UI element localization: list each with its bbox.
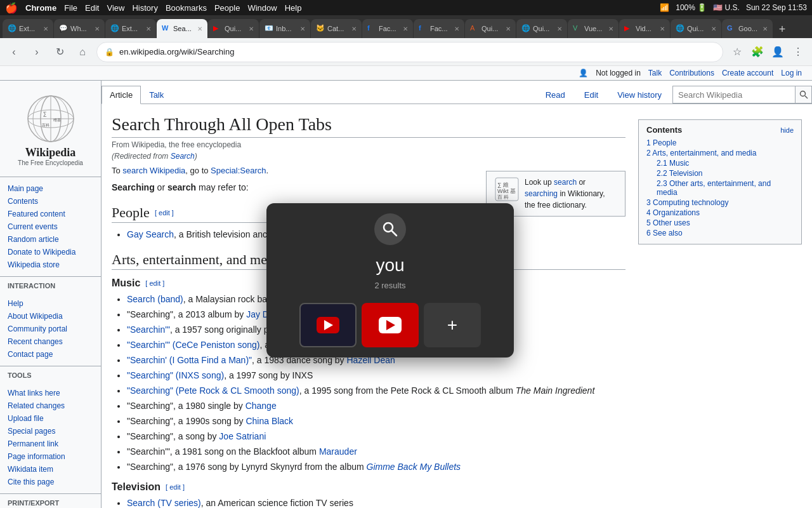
tab-11-close[interactable]: ✕ [557, 25, 562, 32]
tab-10-close[interactable]: ✕ [506, 25, 511, 32]
back-button[interactable]: ‹ [5, 43, 23, 61]
tab-13[interactable]: ▶ Vid... ✕ [619, 19, 670, 38]
bookmark-star[interactable]: ☆ [728, 43, 746, 61]
talk-link[interactable]: Talk [648, 69, 662, 77]
tab-6-close[interactable]: ✕ [300, 25, 305, 32]
contents-link-6[interactable]: 6 See also [646, 229, 683, 237]
tab-article[interactable]: Article [102, 86, 141, 104]
contributions-link[interactable]: Contributions [669, 69, 714, 77]
search-wikipedia-link[interactable]: search Wikipedia [122, 166, 185, 175]
tab-4-active[interactable]: W Sea... ✕ [157, 19, 207, 38]
sidebar-item-main-page[interactable]: Main page [0, 182, 101, 195]
tab-5-close[interactable]: ✕ [249, 25, 254, 32]
joe-satriani-link[interactable]: Joe Satriani [219, 431, 266, 441]
tab-8-close[interactable]: ✕ [403, 25, 408, 32]
searching-pete-rock-link[interactable]: "Searching" (Pete Rock & CL Smooth song) [127, 385, 299, 396]
searchin-cece-link[interactable]: "Searchin'" (CeCe Peniston song) [127, 340, 260, 350]
sidebar-item-community[interactable]: Community portal [0, 323, 101, 335]
view-menu[interactable]: View [107, 3, 124, 13]
tab-1-close[interactable]: ✕ [43, 25, 48, 32]
sidebar-item-wikidata[interactable]: Wikidata item [0, 463, 101, 476]
window-menu[interactable]: Window [247, 3, 277, 13]
tab-read[interactable]: Read [537, 86, 573, 104]
profile-btn[interactable]: 👤 [769, 43, 787, 61]
tab-9-close[interactable]: ✕ [454, 25, 459, 32]
tab-15[interactable]: G Goo... ✕ [722, 19, 773, 38]
tab-9[interactable]: f Fac... ✕ [414, 19, 464, 38]
wiki-search-input[interactable] [673, 86, 795, 103]
sidebar-item-what-links[interactable]: What links here [0, 387, 101, 399]
extensions-btn[interactable]: 🧩 [749, 43, 766, 61]
tab-3[interactable]: 🌐 Ext... ✕ [105, 19, 156, 38]
sidebar-item-permanent[interactable]: Permanent link [0, 438, 101, 450]
tab-7[interactable]: 🐱 Cat... ✕ [311, 19, 362, 38]
log-in-link[interactable]: Log in [781, 69, 802, 77]
redirect-link[interactable]: Search [171, 152, 195, 161]
tab-7-close[interactable]: ✕ [351, 25, 357, 32]
new-tab-button[interactable]: + [773, 20, 791, 38]
contents-link-2-3[interactable]: 2.3 Other arts, entertainment, and media [657, 179, 771, 197]
tab-talk[interactable]: Talk [141, 86, 172, 104]
tab-12[interactable]: V Vue... ✕ [568, 19, 619, 38]
people-edit-link[interactable]: [ edit ] [155, 209, 174, 217]
sidebar-item-contact[interactable]: Contact page [0, 348, 101, 361]
tab-view-history[interactable]: View history [609, 86, 670, 104]
china-black-link[interactable]: China Black [246, 416, 293, 426]
search-popup[interactable]: you 2 results + [266, 203, 514, 358]
wikt-link1[interactable]: search [554, 178, 577, 187]
tab-15-close[interactable]: ✕ [763, 25, 768, 32]
wiki-search-box[interactable] [672, 86, 812, 104]
contents-link-3[interactable]: 3 Computing technology [646, 198, 728, 207]
sidebar-item-help[interactable]: Help [0, 297, 101, 310]
popup-tab-1[interactable] [299, 303, 357, 347]
gimme-back-bullets-link[interactable]: Gimme Back My Bullets [367, 462, 461, 472]
tab-11[interactable]: 🌐 Qui... ✕ [516, 19, 567, 38]
sidebar-item-upload[interactable]: Upload file [0, 412, 101, 425]
sidebar-item-recent[interactable]: Recent changes [0, 335, 101, 348]
searching-inxs-link[interactable]: "Searching" (INXS song) [127, 370, 224, 380]
tab-14-close[interactable]: ✕ [711, 25, 716, 32]
marauder-link[interactable]: Marauder [319, 446, 357, 457]
tab-10[interactable]: A Qui... ✕ [465, 19, 516, 38]
sidebar-item-current-events[interactable]: Current events [0, 220, 101, 233]
sidebar-item-about[interactable]: About Wikipedia [0, 310, 101, 323]
chrome-menu[interactable]: Chrome [25, 3, 56, 13]
music-edit-link[interactable]: [ edit ] [145, 279, 164, 287]
tab-14[interactable]: 🌐 Qui... ✕ [671, 19, 721, 38]
apple-menu[interactable]: 🍎 [5, 2, 18, 14]
tab-4-close[interactable]: ✕ [197, 25, 202, 32]
sidebar-item-page-info[interactable]: Page information [0, 450, 101, 463]
contents-link-1[interactable]: 1 People [646, 138, 676, 147]
contents-link-2-1[interactable]: 2.1 Music [657, 159, 689, 168]
wikt-link2[interactable]: searching [525, 189, 558, 198]
sidebar-item-store[interactable]: Wikipedia store [0, 258, 101, 271]
history-menu[interactable]: History [132, 3, 157, 13]
sidebar-item-random[interactable]: Random article [0, 233, 101, 246]
refresh-button[interactable]: ↻ [51, 43, 69, 61]
tab-13-close[interactable]: ✕ [660, 25, 665, 32]
sidebar-item-contents[interactable]: Contents [0, 195, 101, 208]
tab-1[interactable]: 🌐 Ext... ✕ [3, 19, 53, 38]
search-tv-link[interactable]: Search (TV series) [127, 498, 201, 508]
contents-link-5[interactable]: 5 Other uses [646, 218, 690, 227]
tab-12-close[interactable]: ✕ [608, 25, 613, 32]
tab-2-close[interactable]: ✕ [95, 25, 100, 32]
change-link[interactable]: Change [246, 401, 277, 411]
bookmarks-menu[interactable]: Bookmarks [166, 3, 207, 13]
sidebar-item-featured[interactable]: Featured content [0, 208, 101, 220]
create-account-link[interactable]: Create account [722, 69, 773, 77]
home-button[interactable]: ⌂ [74, 43, 91, 61]
search-band-link[interactable]: Search (band) [127, 294, 183, 304]
tab-6[interactable]: 📧 Inb... ✕ [259, 19, 310, 38]
wiki-search-button[interactable] [795, 86, 811, 103]
forward-button[interactable]: › [28, 43, 46, 61]
file-menu[interactable]: File [64, 3, 77, 13]
sidebar-item-cite[interactable]: Cite this page [0, 476, 101, 488]
special-search-link[interactable]: Special:Search [211, 166, 266, 175]
contents-link-2-2[interactable]: 2.2 Television [657, 169, 703, 178]
searchin-coasters-link[interactable]: "Searchin'" [127, 324, 170, 335]
sidebar-item-donate[interactable]: Donate to Wikipedia [0, 246, 101, 258]
help-menu[interactable]: Help [285, 3, 302, 13]
contents-hide-btn[interactable]: hide [780, 126, 794, 134]
popup-tab-2[interactable] [362, 303, 419, 347]
